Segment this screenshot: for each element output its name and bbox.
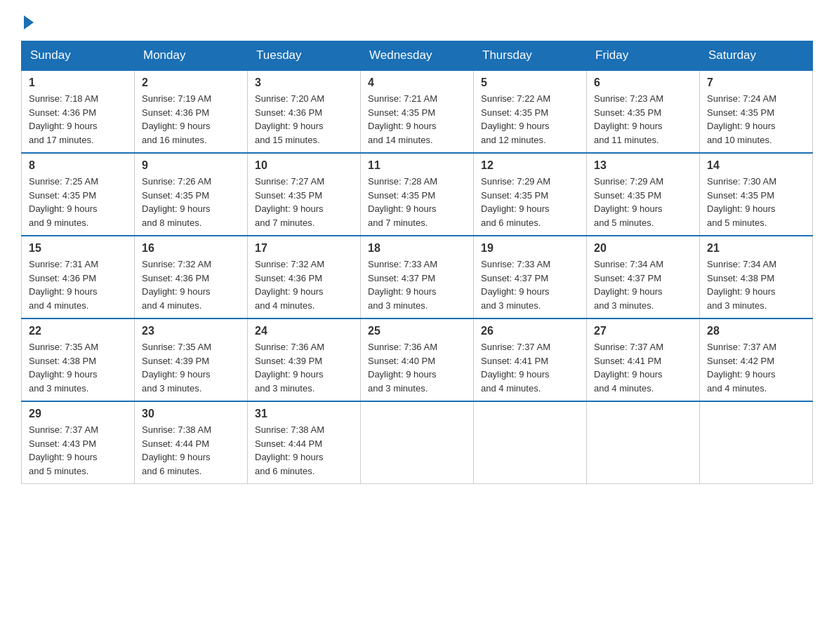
calendar-cell: 25Sunrise: 7:36 AMSunset: 4:40 PMDayligh…	[361, 318, 474, 401]
day-info: Sunrise: 7:33 AMSunset: 4:37 PMDaylight:…	[368, 257, 466, 312]
day-number: 11	[368, 159, 466, 172]
day-number: 6	[594, 76, 692, 89]
col-header-tuesday: Tuesday	[248, 41, 361, 71]
calendar-cell: 3Sunrise: 7:20 AMSunset: 4:36 PMDaylight…	[248, 70, 361, 153]
day-number: 15	[29, 242, 127, 255]
day-info: Sunrise: 7:37 AMSunset: 4:43 PMDaylight:…	[29, 423, 127, 478]
day-info: Sunrise: 7:22 AMSunset: 4:35 PMDaylight:…	[481, 92, 579, 147]
calendar-week-row: 22Sunrise: 7:35 AMSunset: 4:38 PMDayligh…	[22, 318, 813, 401]
day-info: Sunrise: 7:28 AMSunset: 4:35 PMDaylight:…	[368, 175, 466, 229]
day-number: 8	[29, 159, 127, 172]
day-number: 4	[368, 76, 466, 89]
day-number: 30	[142, 408, 240, 420]
calendar-cell: 14Sunrise: 7:30 AMSunset: 4:35 PMDayligh…	[700, 153, 813, 236]
day-number: 9	[142, 159, 240, 172]
day-number: 21	[707, 242, 805, 255]
calendar-cell: 19Sunrise: 7:33 AMSunset: 4:37 PMDayligh…	[474, 236, 587, 318]
calendar-cell: 30Sunrise: 7:38 AMSunset: 4:44 PMDayligh…	[135, 401, 248, 484]
calendar-week-row: 8Sunrise: 7:25 AMSunset: 4:35 PMDaylight…	[22, 153, 813, 236]
day-info: Sunrise: 7:31 AMSunset: 4:36 PMDaylight:…	[29, 257, 127, 312]
col-header-friday: Friday	[587, 41, 700, 71]
calendar-cell: 15Sunrise: 7:31 AMSunset: 4:36 PMDayligh…	[22, 236, 135, 318]
day-number: 23	[142, 325, 240, 337]
day-info: Sunrise: 7:18 AMSunset: 4:36 PMDaylight:…	[29, 92, 127, 147]
col-header-saturday: Saturday	[700, 41, 813, 71]
calendar-cell: 8Sunrise: 7:25 AMSunset: 4:35 PMDaylight…	[22, 153, 135, 236]
day-info: Sunrise: 7:19 AMSunset: 4:36 PMDaylight:…	[142, 92, 240, 147]
col-header-sunday: Sunday	[22, 41, 135, 71]
day-info: Sunrise: 7:36 AMSunset: 4:39 PMDaylight:…	[255, 340, 353, 395]
calendar-cell: 28Sunrise: 7:37 AMSunset: 4:42 PMDayligh…	[700, 318, 813, 401]
day-number: 19	[481, 242, 579, 255]
day-info: Sunrise: 7:27 AMSunset: 4:35 PMDaylight:…	[255, 175, 353, 229]
calendar-cell: 18Sunrise: 7:33 AMSunset: 4:37 PMDayligh…	[361, 236, 474, 318]
calendar-cell: 6Sunrise: 7:23 AMSunset: 4:35 PMDaylight…	[587, 70, 700, 153]
day-info: Sunrise: 7:30 AMSunset: 4:35 PMDaylight:…	[707, 175, 805, 229]
day-number: 25	[368, 325, 466, 337]
calendar-cell	[587, 401, 700, 484]
page-header	[21, 14, 813, 27]
day-info: Sunrise: 7:23 AMSunset: 4:35 PMDaylight:…	[594, 92, 692, 147]
day-number: 10	[255, 159, 353, 172]
day-number: 29	[29, 408, 127, 420]
day-info: Sunrise: 7:20 AMSunset: 4:36 PMDaylight:…	[255, 92, 353, 147]
calendar-header-row: SundayMondayTuesdayWednesdayThursdayFrid…	[22, 41, 813, 71]
day-number: 28	[707, 325, 805, 337]
day-number: 27	[594, 325, 692, 337]
calendar-cell: 5Sunrise: 7:22 AMSunset: 4:35 PMDaylight…	[474, 70, 587, 153]
day-number: 14	[707, 159, 805, 172]
calendar-cell	[700, 401, 813, 484]
day-info: Sunrise: 7:38 AMSunset: 4:44 PMDaylight:…	[255, 423, 353, 478]
calendar-cell: 24Sunrise: 7:36 AMSunset: 4:39 PMDayligh…	[248, 318, 361, 401]
calendar-cell	[361, 401, 474, 484]
day-info: Sunrise: 7:32 AMSunset: 4:36 PMDaylight:…	[142, 257, 240, 312]
calendar-cell: 27Sunrise: 7:37 AMSunset: 4:41 PMDayligh…	[587, 318, 700, 401]
day-number: 20	[594, 242, 692, 255]
day-info: Sunrise: 7:32 AMSunset: 4:36 PMDaylight:…	[255, 257, 353, 312]
logo	[21, 14, 34, 27]
calendar-week-row: 15Sunrise: 7:31 AMSunset: 4:36 PMDayligh…	[22, 236, 813, 318]
calendar-cell: 17Sunrise: 7:32 AMSunset: 4:36 PMDayligh…	[248, 236, 361, 318]
calendar-cell: 26Sunrise: 7:37 AMSunset: 4:41 PMDayligh…	[474, 318, 587, 401]
calendar-table: SundayMondayTuesdayWednesdayThursdayFrid…	[21, 41, 813, 484]
day-info: Sunrise: 7:34 AMSunset: 4:37 PMDaylight:…	[594, 257, 692, 312]
day-number: 22	[29, 325, 127, 337]
col-header-wednesday: Wednesday	[361, 41, 474, 71]
calendar-cell	[474, 401, 587, 484]
calendar-cell: 11Sunrise: 7:28 AMSunset: 4:35 PMDayligh…	[361, 153, 474, 236]
day-number: 24	[255, 325, 353, 337]
col-header-thursday: Thursday	[474, 41, 587, 71]
calendar-cell: 7Sunrise: 7:24 AMSunset: 4:35 PMDaylight…	[700, 70, 813, 153]
calendar-cell: 20Sunrise: 7:34 AMSunset: 4:37 PMDayligh…	[587, 236, 700, 318]
day-info: Sunrise: 7:35 AMSunset: 4:39 PMDaylight:…	[142, 340, 240, 395]
day-info: Sunrise: 7:37 AMSunset: 4:42 PMDaylight:…	[707, 340, 805, 395]
day-number: 13	[594, 159, 692, 172]
day-number: 1	[29, 76, 127, 89]
day-info: Sunrise: 7:37 AMSunset: 4:41 PMDaylight:…	[594, 340, 692, 395]
day-info: Sunrise: 7:29 AMSunset: 4:35 PMDaylight:…	[481, 175, 579, 229]
calendar-cell: 16Sunrise: 7:32 AMSunset: 4:36 PMDayligh…	[135, 236, 248, 318]
day-info: Sunrise: 7:24 AMSunset: 4:35 PMDaylight:…	[707, 92, 805, 147]
calendar-cell: 29Sunrise: 7:37 AMSunset: 4:43 PMDayligh…	[22, 401, 135, 484]
day-info: Sunrise: 7:37 AMSunset: 4:41 PMDaylight:…	[481, 340, 579, 395]
day-number: 2	[142, 76, 240, 89]
day-info: Sunrise: 7:21 AMSunset: 4:35 PMDaylight:…	[368, 92, 466, 147]
col-header-monday: Monday	[135, 41, 248, 71]
day-number: 17	[255, 242, 353, 255]
day-info: Sunrise: 7:26 AMSunset: 4:35 PMDaylight:…	[142, 175, 240, 229]
day-number: 18	[368, 242, 466, 255]
calendar-cell: 10Sunrise: 7:27 AMSunset: 4:35 PMDayligh…	[248, 153, 361, 236]
day-number: 12	[481, 159, 579, 172]
calendar-cell: 22Sunrise: 7:35 AMSunset: 4:38 PMDayligh…	[22, 318, 135, 401]
day-info: Sunrise: 7:33 AMSunset: 4:37 PMDaylight:…	[481, 257, 579, 312]
calendar-cell: 2Sunrise: 7:19 AMSunset: 4:36 PMDaylight…	[135, 70, 248, 153]
day-info: Sunrise: 7:35 AMSunset: 4:38 PMDaylight:…	[29, 340, 127, 395]
day-number: 7	[707, 76, 805, 89]
day-info: Sunrise: 7:25 AMSunset: 4:35 PMDaylight:…	[29, 175, 127, 229]
day-number: 5	[481, 76, 579, 89]
day-info: Sunrise: 7:38 AMSunset: 4:44 PMDaylight:…	[142, 423, 240, 478]
logo-arrow-icon	[24, 15, 34, 29]
calendar-cell: 4Sunrise: 7:21 AMSunset: 4:35 PMDaylight…	[361, 70, 474, 153]
calendar-cell: 1Sunrise: 7:18 AMSunset: 4:36 PMDaylight…	[22, 70, 135, 153]
calendar-cell: 9Sunrise: 7:26 AMSunset: 4:35 PMDaylight…	[135, 153, 248, 236]
